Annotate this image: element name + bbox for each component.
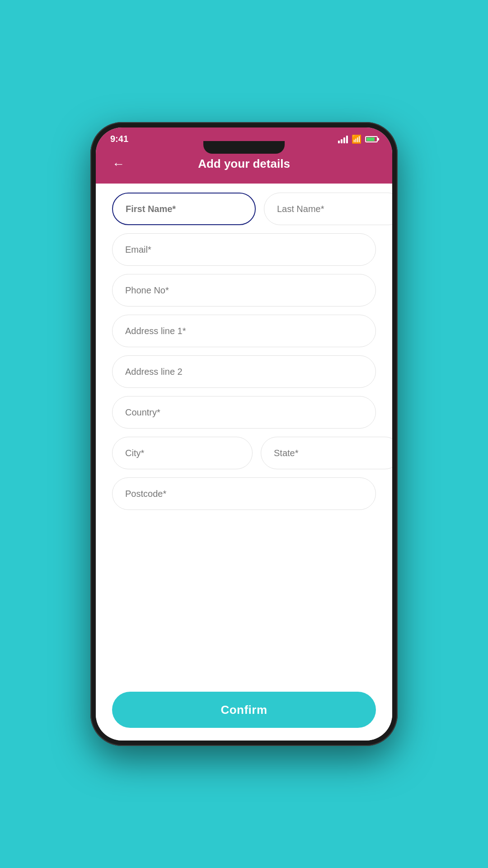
notch [203,141,285,154]
signal-icon [338,135,348,143]
battery-icon [365,136,378,142]
confirm-button[interactable]: Confirm [112,692,376,728]
name-row [112,193,376,225]
first-name-input[interactable] [112,193,256,225]
wifi-icon: 📶 [352,134,361,144]
city-input[interactable] [112,437,253,469]
address2-input[interactable] [112,355,376,388]
form-content: Confirm [96,176,392,741]
address1-input[interactable] [112,315,376,347]
state-input[interactable] [261,437,392,469]
phone-input[interactable] [112,274,376,307]
back-button[interactable]: ← [108,154,128,174]
spacer [112,518,376,676]
phone-screen: 9:41 📶 ← Add your details [96,127,392,741]
country-input[interactable] [112,396,376,429]
city-state-row [112,437,376,469]
last-name-input[interactable] [264,193,392,225]
email-input[interactable] [112,233,376,266]
page-title: Add your details [198,157,290,171]
phone-frame: 9:41 📶 ← Add your details [90,122,398,746]
status-icons: 📶 [338,134,378,144]
status-time: 9:41 [110,134,128,144]
postcode-input[interactable] [112,477,376,510]
